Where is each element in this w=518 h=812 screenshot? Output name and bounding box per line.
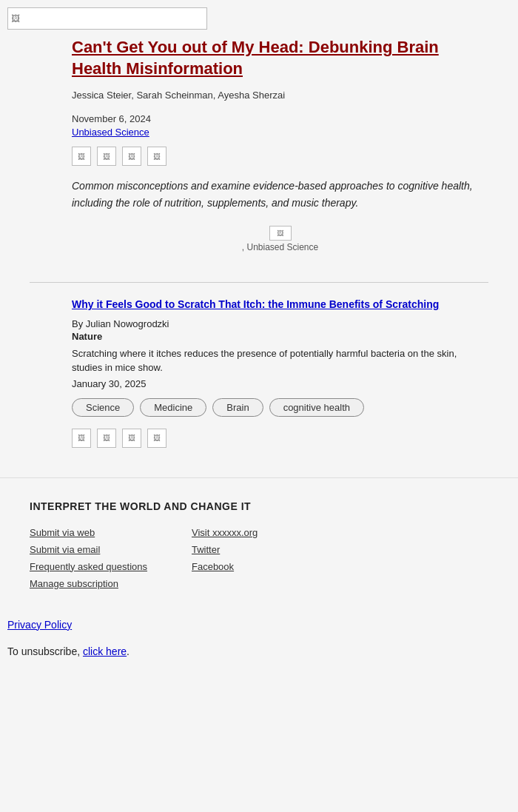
unsubscribe-prefix: To unsubscribe, <box>7 645 83 657</box>
footer-right-col: Visit xxxxxx.org Twitter Facebook <box>192 527 258 589</box>
share-icons-2: 🖼 🖼 🖼 🖼 <box>72 429 488 448</box>
page-wrapper: 🖼 Can't Get You out of My Head: Debunkin… <box>0 7 518 680</box>
unsubscribe-link[interactable]: click here <box>83 645 127 657</box>
article-1-date: November 6, 2024 <box>72 112 488 127</box>
broken-image-icon: 🖼 <box>11 13 20 24</box>
article-2-title: Why it Feels Good to Scratch That Itch: … <box>72 298 488 312</box>
article-1-source: Unbiased Science <box>72 126 488 138</box>
share-icons-1: 🖼 🖼 🖼 🖼 <box>72 147 488 166</box>
article-1-summary: Common misconceptions and examine eviden… <box>72 178 488 211</box>
footer-visit-site[interactable]: Visit xxxxxx.org <box>192 527 258 538</box>
article-1-image-block: 🖼 , Unbiased Science <box>72 226 488 252</box>
article-2-tags: Science Medicine Brain cognitive health <box>72 398 488 417</box>
article-2: Why it Feels Good to Scratch That Itch: … <box>0 298 518 455</box>
tag-brain[interactable]: Brain <box>212 398 263 417</box>
footer-links: Submit via web Submit via email Frequent… <box>30 527 488 589</box>
footer-submit-web[interactable]: Submit via web <box>30 527 147 538</box>
article-1-source-link[interactable]: Unbiased Science <box>72 127 149 138</box>
article-2-publisher: Nature <box>72 331 488 342</box>
article-1-image: 🖼 <box>269 226 292 241</box>
article-1-title: Can't Get You out of My Head: Debunking … <box>72 37 488 79</box>
share-icon-2-3[interactable]: 🖼 <box>122 429 141 448</box>
article-1: Can't Get You out of My Head: Debunking … <box>0 30 518 267</box>
article-1-image-caption: , Unbiased Science <box>242 242 318 252</box>
share-icon-3[interactable]: 🖼 <box>122 147 141 166</box>
footer-submit-email[interactable]: Submit via email <box>30 544 147 555</box>
share-icon-2-1[interactable]: 🖼 <box>72 429 91 448</box>
bottom-section: Privacy Policy To unsubscribe, click her… <box>0 604 518 665</box>
tag-medicine[interactable]: Medicine <box>140 398 206 417</box>
article-2-description: Scratching where it itches reduces the p… <box>72 346 488 375</box>
tag-cognitive-health[interactable]: cognitive health <box>269 398 364 417</box>
share-icon-1[interactable]: 🖼 <box>72 147 91 166</box>
footer-heading: INTERPRET THE WORLD AND CHANGE IT <box>30 500 488 512</box>
footer-twitter[interactable]: Twitter <box>192 544 258 555</box>
share-icon-2-4[interactable]: 🖼 <box>147 429 166 448</box>
unsubscribe-text: To unsubscribe, click here. <box>7 645 488 657</box>
article-1-title-link[interactable]: Can't Get You out of My Head: Debunking … <box>72 38 439 78</box>
footer-faq[interactable]: Frequently asked questions <box>30 561 147 572</box>
unsubscribe-period: . <box>127 645 130 657</box>
article-2-author: By Julian Nowogrodzki <box>72 318 488 329</box>
header-image: 🖼 <box>7 7 207 30</box>
section-divider <box>30 282 488 283</box>
article-2-title-link[interactable]: Why it Feels Good to Scratch That Itch: … <box>72 298 439 310</box>
article-1-authors: Jessica Steier, Sarah Scheinman, Ayesha … <box>72 88 488 103</box>
tag-science[interactable]: Science <box>72 398 134 417</box>
privacy-policy-anchor[interactable]: Privacy Policy <box>7 619 72 631</box>
article-2-date: January 30, 2025 <box>72 378 488 389</box>
footer: INTERPRET THE WORLD AND CHANGE IT Submit… <box>0 477 518 604</box>
footer-left-col: Submit via web Submit via email Frequent… <box>30 527 147 589</box>
privacy-policy-link: Privacy Policy <box>7 619 488 631</box>
share-icon-2[interactable]: 🖼 <box>97 147 116 166</box>
share-icon-4[interactable]: 🖼 <box>147 147 166 166</box>
footer-manage-subscription[interactable]: Manage subscription <box>30 578 147 589</box>
share-icon-2-2[interactable]: 🖼 <box>97 429 116 448</box>
footer-facebook[interactable]: Facebook <box>192 561 258 572</box>
